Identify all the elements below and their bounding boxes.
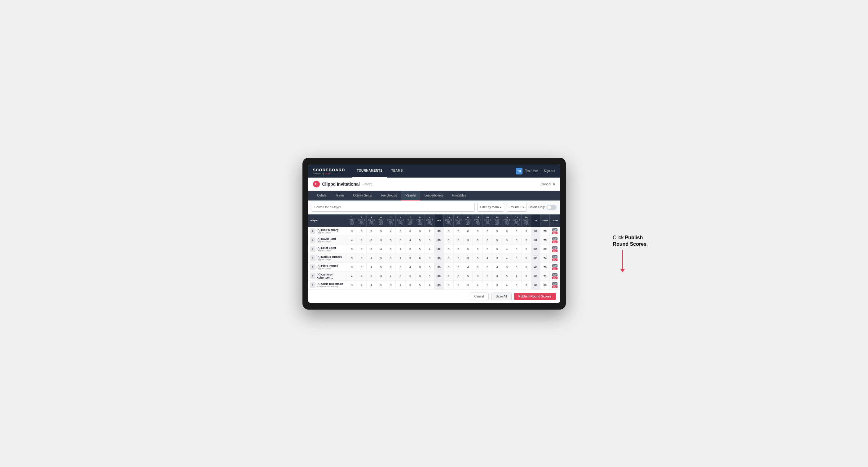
hole-9-score: 3 (425, 253, 434, 262)
in-score: 35 (531, 272, 540, 280)
totals-only-toggle[interactable] (547, 205, 557, 210)
player-team: Clippd College (317, 231, 339, 234)
hole-2-score: 3 (357, 262, 366, 272)
col-label: Label (550, 214, 560, 227)
hole-12-score: 6 (463, 227, 473, 236)
col-player: Player (308, 214, 347, 227)
tournament-title: Clippd Invitational (322, 182, 360, 187)
hole-3-score: 4 (367, 262, 376, 272)
col-hole-17: 17PAR: 4409 YDS (512, 214, 521, 227)
total-score: 67 (540, 245, 550, 253)
hole-15-score: 3 (492, 280, 502, 289)
wd-badge: WD (552, 246, 558, 249)
total-score: 75 (540, 236, 550, 245)
hole-14-score: 3 (483, 227, 492, 236)
label-cell: WD DQ (550, 280, 560, 289)
hole-12-score: 5 (463, 272, 473, 280)
dq-badge: DQ (552, 258, 557, 261)
wd-badge: WD (552, 264, 558, 267)
dq-badge: DQ (552, 231, 557, 234)
total-score: 75 (540, 262, 550, 272)
hole-13-score: 4 (473, 280, 483, 289)
hole-2-score: 6 (357, 236, 366, 245)
in-score: 35 (531, 245, 540, 253)
hole-18-score: 5 (521, 245, 531, 253)
total-score: 68 (540, 280, 550, 289)
player-avatar: 1 (310, 228, 315, 234)
player-info: 2 (A) David Ford Clippd College (310, 237, 345, 243)
player-avatar: 6 (310, 273, 315, 279)
tab-results[interactable]: Results (401, 191, 420, 200)
hole-15-score: 3 (492, 253, 502, 262)
hole-14-score: 4 (483, 253, 492, 262)
tournament-cancel-btn[interactable]: Cancel ✕ (540, 182, 555, 186)
arrow-head (620, 269, 625, 272)
player-team: Clippd College (317, 258, 342, 260)
in-score: 39 (531, 227, 540, 236)
hole-3-score: 5 (367, 227, 376, 236)
hole-12-score: 5 (463, 245, 473, 253)
filter-bar: Filter by team ▾ Round 3 ▾ Totals Only (308, 200, 560, 214)
player-avatar: 7 (310, 282, 315, 288)
hole-17-score: 6 (512, 245, 521, 253)
col-hole-10: 10PAR: 5519 YDS (444, 214, 453, 227)
wd-badge: WD (552, 237, 558, 240)
wd-badge: WD (552, 255, 558, 258)
player-avatar: 4 (310, 255, 315, 261)
hole-1-score: 5 (347, 253, 357, 262)
nav-links: TOURNAMENTS TEAMS (352, 164, 516, 178)
tab-details[interactable]: Details (313, 191, 331, 200)
sign-out-link[interactable]: Sign out (544, 169, 555, 173)
footer-bar: Cancel Save All Publish Round Scores (308, 290, 560, 303)
total-score: 78 (540, 227, 550, 236)
out-score: 39 (434, 227, 444, 236)
tab-teams[interactable]: Teams (331, 191, 349, 200)
player-info: 6 (A) Cameron Robertson... (310, 273, 345, 279)
tab-leaderboards[interactable]: Leaderboards (420, 191, 448, 200)
hole-16-score: 5 (502, 272, 512, 280)
player-name: (A) David Ford (317, 237, 336, 241)
hole-9-score: 5 (425, 272, 434, 280)
footer-cancel-button[interactable]: Cancel (470, 292, 489, 300)
hole-8-score: 3 (415, 227, 425, 236)
dq-badge: DQ (552, 268, 557, 270)
hole-16-score: 6 (502, 227, 512, 236)
nav-teams[interactable]: TEAMS (387, 164, 407, 178)
hole-7-score: 3 (405, 253, 415, 262)
col-hole-5: 5PAR: 5536 YDS (386, 214, 396, 227)
player-team: Clippd College (317, 241, 336, 243)
player-info: 5 (A) Piers Parnell Clippd College (310, 264, 345, 270)
tablet: SCOREBOARD Powered by clippd TOURNAMENTS… (303, 158, 566, 310)
player-avatar: 5 (310, 264, 315, 270)
hole-14-score: 3 (483, 245, 492, 253)
save-all-button[interactable]: Save All (491, 292, 512, 300)
hole-11-score: 5 (453, 227, 463, 236)
round-select[interactable]: Round 3 ▾ (507, 203, 527, 212)
publish-round-scores-button[interactable]: Publish Round Scores (514, 293, 556, 300)
tab-tee-groups[interactable]: Tee Groups (376, 191, 401, 200)
nav-tournaments[interactable]: TOURNAMENTS (352, 164, 387, 178)
out-score: 36 (434, 253, 444, 262)
tab-bar: Details Teams Course Setup Tee Groups Re… (308, 191, 560, 200)
chevron-down-icon: ▾ (523, 206, 524, 209)
hole-11-score: 3 (453, 245, 463, 253)
player-name: (A) Blair McHarg (317, 228, 339, 231)
out-score: 35 (434, 262, 444, 272)
tab-course-setup[interactable]: Course Setup (349, 191, 376, 200)
label-cell: WD DQ (550, 236, 560, 245)
hole-18-score: 3 (521, 280, 531, 289)
filter-team-select[interactable]: Filter by team ▾ (477, 203, 504, 212)
label-cell: WD DQ (550, 227, 560, 236)
annotation-text: Click PublishRound Scores. (613, 235, 648, 248)
hole-8-score: 3 (415, 272, 425, 280)
nav-right: TU Test User | Sign out (516, 168, 555, 175)
search-input[interactable] (312, 203, 475, 212)
hole-6-score: 3 (396, 272, 405, 280)
label-cell: WD DQ (550, 272, 560, 280)
player-team: Clippd College (317, 249, 336, 252)
tab-printables[interactable]: Printables (448, 191, 470, 200)
table-row: 6 (A) Cameron Robertson... 4453435353663… (308, 272, 560, 280)
col-hole-11: 11PAR: 5180 YDS (453, 214, 463, 227)
hole-7-score: 4 (405, 236, 415, 245)
hole-3-score: 5 (367, 272, 376, 280)
